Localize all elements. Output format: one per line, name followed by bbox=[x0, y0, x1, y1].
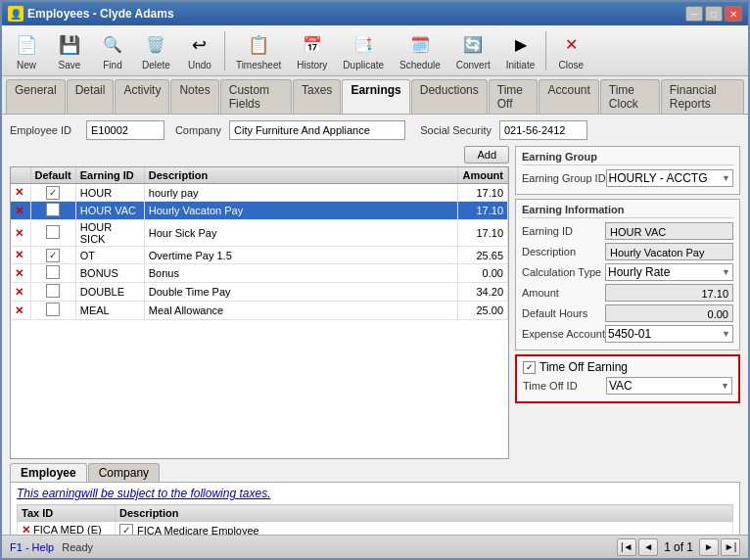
schedule-button[interactable]: Schedule bbox=[393, 28, 447, 73]
right-panel: Earning Group Earning Group ID HOURLY - … bbox=[515, 146, 740, 459]
tax-checkbox[interactable] bbox=[119, 524, 133, 536]
table-row[interactable]: ✕HOUR VACHourly Vacaton Pay17.10 bbox=[11, 202, 508, 220]
delete-icon bbox=[142, 31, 169, 59]
next-page-button[interactable]: ► bbox=[699, 538, 719, 556]
row-x-mark[interactable]: ✕ bbox=[11, 220, 30, 247]
row-x-mark[interactable]: ✕ bbox=[11, 264, 30, 283]
tab-taxes[interactable]: Taxes bbox=[293, 79, 341, 114]
first-page-button[interactable]: |◄ bbox=[617, 538, 636, 556]
col-amount: Amount bbox=[458, 167, 508, 184]
company-input[interactable] bbox=[229, 120, 405, 140]
row-x-mark[interactable]: ✕ bbox=[11, 202, 30, 220]
list-item[interactable]: ✕ FICA MED (E)FICA Medicare Employee bbox=[18, 522, 733, 536]
window-controls: ─ □ ✕ bbox=[685, 6, 742, 22]
tax-info-text-part1: This bbox=[17, 487, 42, 500]
tab-account[interactable]: Account bbox=[539, 79, 598, 114]
row-earning-id: HOUR SICK bbox=[75, 220, 144, 247]
row-amount: 17.10 bbox=[458, 220, 508, 247]
new-button[interactable]: New bbox=[6, 28, 47, 73]
social-security-input[interactable] bbox=[499, 120, 587, 140]
duplicate-button[interactable]: Duplicate bbox=[336, 28, 391, 73]
duplicate-label: Duplicate bbox=[343, 60, 384, 70]
initiate-button[interactable]: Initiate bbox=[499, 28, 541, 73]
default-checkbox[interactable] bbox=[46, 203, 60, 216]
save-button[interactable]: Save bbox=[49, 28, 90, 73]
default-checkbox[interactable] bbox=[46, 303, 60, 316]
tab-employee[interactable]: Employee bbox=[10, 463, 87, 482]
default-checkbox[interactable] bbox=[46, 225, 60, 239]
table-row[interactable]: ✕OTOvertime Pay 1.525.65 bbox=[11, 247, 508, 264]
tab-financial-reports[interactable]: Financial Reports bbox=[661, 79, 744, 114]
employee-id-input[interactable] bbox=[86, 120, 164, 140]
calculation-type-value: Hourly Rate bbox=[608, 265, 670, 279]
earnings-table[interactable]: Default Earning ID Description Amount ✕H… bbox=[10, 166, 509, 459]
x-mark-icon: ✕ bbox=[15, 227, 23, 239]
tab-general[interactable]: General bbox=[6, 79, 66, 114]
row-description: Bonus bbox=[144, 264, 458, 283]
table-row[interactable]: ✕HOUR SICKHour Sick Pay17.10 bbox=[11, 220, 508, 247]
table-row[interactable]: ✕HOURhourly pay17.10 bbox=[11, 184, 508, 202]
row-default-cell[interactable] bbox=[30, 264, 75, 283]
row-default-cell[interactable] bbox=[30, 184, 75, 202]
tab-company[interactable]: Company bbox=[88, 463, 160, 482]
find-button[interactable]: Find bbox=[92, 28, 133, 73]
tab-deductions[interactable]: Deductions bbox=[411, 79, 488, 114]
expense-account-select[interactable]: 5450-01 ▼ bbox=[605, 325, 733, 343]
last-page-button[interactable]: ►| bbox=[721, 538, 740, 556]
tab-notes[interactable]: Notes bbox=[170, 79, 218, 114]
close-toolbar-button[interactable]: Close bbox=[550, 28, 591, 73]
row-x-mark[interactable]: ✕ bbox=[11, 283, 30, 302]
row-earning-id: HOUR VAC bbox=[75, 202, 144, 220]
close-toolbar-icon bbox=[557, 31, 585, 59]
earning-group-id-select[interactable]: HOURLY - ACCTG ▼ bbox=[606, 169, 733, 187]
calc-type-dropdown-icon: ▼ bbox=[722, 267, 730, 277]
bottom-tab-row: Employee Company bbox=[10, 463, 740, 482]
history-button[interactable]: History bbox=[290, 28, 334, 73]
row-x-mark[interactable]: ✕ bbox=[11, 302, 30, 320]
help-link[interactable]: F1 - Help bbox=[10, 541, 54, 553]
find-label: Find bbox=[103, 60, 121, 70]
tab-custom-fields[interactable]: Custom Fields bbox=[220, 79, 292, 114]
row-default-cell[interactable] bbox=[30, 247, 75, 264]
table-row[interactable]: ✕BONUSBonus0.00 bbox=[11, 264, 508, 283]
undo-button[interactable]: Undo bbox=[179, 28, 220, 73]
tab-time-clock[interactable]: Time Clock bbox=[600, 79, 660, 114]
tab-activity[interactable]: Activity bbox=[115, 79, 169, 114]
convert-button[interactable]: Convert bbox=[449, 28, 497, 73]
default-checkbox[interactable] bbox=[46, 186, 60, 200]
maximize-button[interactable]: □ bbox=[705, 6, 723, 22]
close-window-button[interactable]: ✕ bbox=[725, 6, 742, 22]
add-earning-button[interactable]: Add bbox=[464, 146, 509, 163]
row-description: Hour Sick Pay bbox=[144, 220, 458, 247]
time-off-earning-checkbox[interactable] bbox=[523, 361, 536, 374]
row-default-cell[interactable] bbox=[30, 202, 75, 220]
table-row[interactable]: ✕DOUBLEDouble Time Pay34.20 bbox=[11, 283, 508, 302]
expense-account-field: Expense Account 5450-01 ▼ bbox=[522, 325, 733, 343]
title-bar-left: 👤 Employees - Clyde Adams bbox=[8, 6, 174, 22]
default-checkbox[interactable] bbox=[46, 284, 60, 298]
row-default-cell[interactable] bbox=[30, 220, 75, 247]
social-security-label: Social Security bbox=[413, 124, 492, 136]
earning-group-id-label: Earning Group ID bbox=[522, 172, 606, 184]
timesheet-button[interactable]: Timesheet bbox=[229, 28, 288, 73]
default-checkbox[interactable] bbox=[46, 265, 60, 279]
row-x-mark[interactable]: ✕ bbox=[11, 184, 30, 202]
default-checkbox[interactable] bbox=[46, 249, 60, 262]
delete-button[interactable]: Delete bbox=[135, 28, 177, 73]
page-info: 1 of 1 bbox=[664, 540, 693, 554]
tab-detail[interactable]: Detail bbox=[67, 79, 115, 114]
tab-earnings[interactable]: Earnings bbox=[342, 79, 409, 114]
minimize-button[interactable]: ─ bbox=[685, 6, 703, 22]
row-default-cell[interactable] bbox=[30, 283, 75, 302]
row-earning-id: MEAL bbox=[75, 302, 144, 320]
tab-time-off[interactable]: Time Off bbox=[489, 79, 539, 114]
time-off-id-select[interactable]: VAC ▼ bbox=[606, 377, 732, 395]
calculation-type-select[interactable]: Hourly Rate ▼ bbox=[605, 263, 733, 281]
time-off-checkbox-row: Time Off Earning bbox=[523, 360, 732, 374]
table-row[interactable]: ✕MEALMeal Allowance25.00 bbox=[11, 302, 508, 320]
tax-row-id: ✕ FICA MED (E) bbox=[18, 522, 116, 536]
row-x-mark[interactable]: ✕ bbox=[11, 247, 30, 264]
row-default-cell[interactable] bbox=[30, 302, 75, 320]
tax-info-earning-link[interactable]: earning bbox=[42, 487, 81, 500]
prev-page-button[interactable]: ◄ bbox=[638, 538, 658, 556]
